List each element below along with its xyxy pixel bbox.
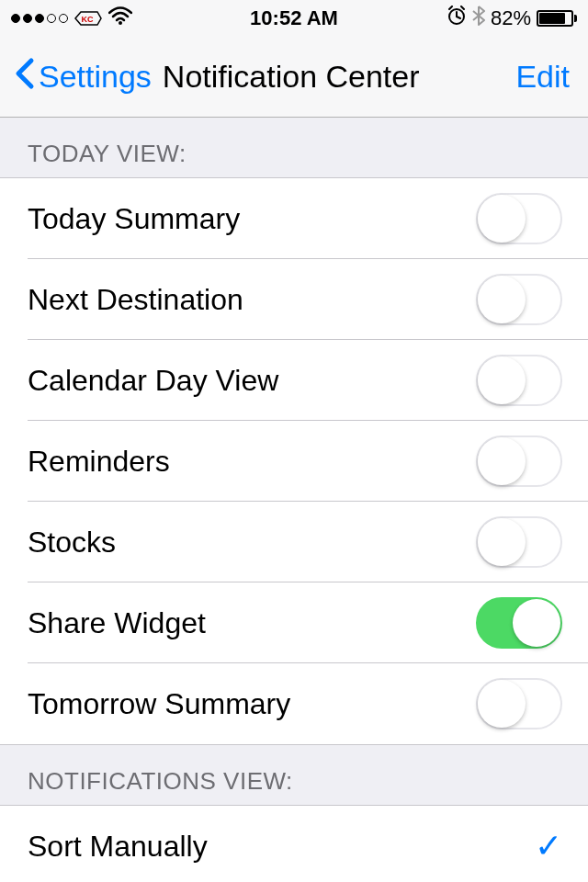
list-item-share-widget[interactable]: Share Widget bbox=[0, 582, 588, 663]
alarm-icon bbox=[447, 6, 467, 31]
list-item-label: Calendar Day View bbox=[28, 364, 278, 398]
svg-line-6 bbox=[461, 6, 464, 9]
status-bar: KC 10:52 AM 82 bbox=[0, 0, 588, 37]
toggle-reminders[interactable] bbox=[476, 435, 562, 487]
carrier-icon: KC bbox=[74, 8, 103, 28]
section-header-today: TODAY VIEW: bbox=[0, 118, 588, 177]
list-item-label: Reminders bbox=[28, 445, 170, 479]
toggle-today-summary[interactable] bbox=[476, 193, 562, 244]
notifications-view-list: Sort Manually ✓ bbox=[0, 805, 588, 882]
content-scroll[interactable]: TODAY VIEW: Today Summary Next Destinati… bbox=[0, 118, 588, 882]
status-left: KC bbox=[11, 6, 132, 30]
back-label: Settings bbox=[39, 59, 152, 95]
battery-percentage: 82% bbox=[491, 6, 531, 30]
list-item-today-summary[interactable]: Today Summary bbox=[0, 178, 588, 259]
list-item-label: Tomorrow Summary bbox=[28, 687, 290, 721]
list-item-label: Next Destination bbox=[28, 283, 243, 317]
checkmark-icon: ✓ bbox=[535, 827, 562, 865]
list-item-label: Share Widget bbox=[28, 606, 206, 640]
toggle-tomorrow-summary[interactable] bbox=[476, 678, 562, 729]
chevron-left-icon bbox=[15, 57, 35, 97]
bluetooth-icon bbox=[472, 6, 485, 31]
list-item-label: Today Summary bbox=[28, 202, 240, 236]
svg-line-4 bbox=[457, 17, 460, 18]
toggle-stocks[interactable] bbox=[476, 516, 562, 568]
list-item-label: Stocks bbox=[28, 526, 116, 560]
edit-button[interactable]: Edit bbox=[515, 59, 570, 95]
svg-line-5 bbox=[449, 6, 452, 9]
list-item-reminders[interactable]: Reminders bbox=[0, 421, 588, 502]
list-item-calendar-day-view[interactable]: Calendar Day View bbox=[0, 340, 588, 421]
list-item-stocks[interactable]: Stocks bbox=[0, 502, 588, 582]
signal-strength-icon bbox=[11, 14, 68, 23]
list-item-tomorrow-summary[interactable]: Tomorrow Summary bbox=[0, 663, 588, 744]
toggle-next-destination[interactable] bbox=[476, 274, 562, 325]
section-header-notifications: NOTIFICATIONS VIEW: bbox=[0, 745, 588, 805]
navigation-bar: Settings Notification Center Edit bbox=[0, 37, 588, 118]
toggle-calendar-day-view[interactable] bbox=[476, 355, 562, 406]
list-item-label: Sort Manually bbox=[28, 830, 208, 864]
battery-icon bbox=[537, 10, 577, 27]
list-item-sort-manually[interactable]: Sort Manually ✓ bbox=[0, 806, 588, 882]
page-title: Notification Center bbox=[163, 59, 420, 95]
status-right: 82% bbox=[447, 6, 577, 31]
back-button[interactable]: Settings bbox=[15, 57, 152, 97]
svg-point-1 bbox=[119, 21, 122, 25]
toggle-share-widget[interactable] bbox=[476, 597, 562, 649]
list-item-next-destination[interactable]: Next Destination bbox=[0, 259, 588, 340]
svg-text:KC: KC bbox=[82, 15, 94, 24]
wifi-icon bbox=[108, 6, 132, 30]
status-time: 10:52 AM bbox=[250, 6, 338, 30]
today-view-list: Today Summary Next Destination Calendar … bbox=[0, 177, 588, 745]
